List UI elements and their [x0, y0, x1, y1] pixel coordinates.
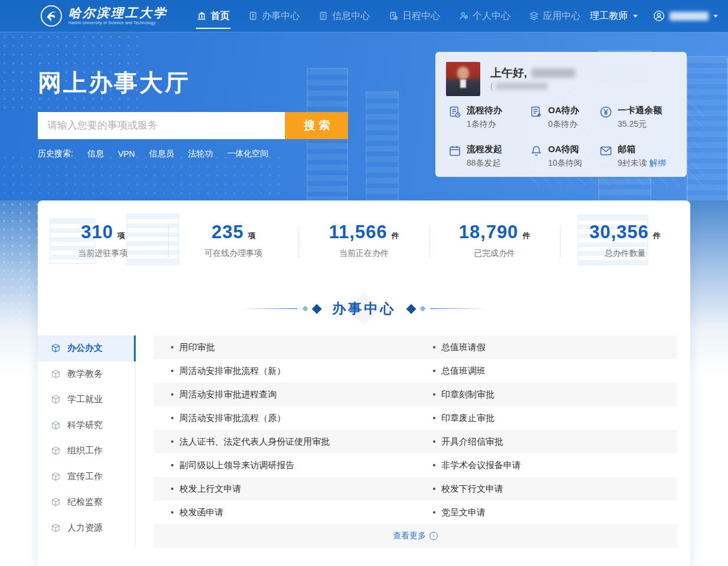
service-row: 校发函申请 党呈文申请 [153, 501, 677, 524]
search-input[interactable] [38, 112, 285, 139]
nav-label: 办事中心 [262, 10, 300, 22]
service-row: 法人证书、法定代表人身份证使用审批 开具介绍信审批 [153, 430, 677, 453]
user-name-redacted [670, 12, 709, 21]
layers-icon [529, 11, 539, 21]
service-row: 用印审批 总值班请假 [153, 335, 677, 359]
service-link[interactable]: 法人证书、法定代表人身份证使用审批 [153, 436, 415, 447]
service-link[interactable]: 校发上行文申请 [153, 483, 415, 495]
stat-flow-todo[interactable]: 流程待办 1条待办 [448, 105, 530, 130]
service-label: 用印审批 [179, 342, 215, 353]
user-menu[interactable] [653, 10, 718, 22]
avatar[interactable] [446, 62, 480, 96]
bullet-icon [433, 488, 435, 490]
circle-chevron-icon: › [429, 532, 438, 540]
sidebar-item-scientific-research[interactable]: 科学研究 [38, 413, 135, 439]
decorative-line [241, 308, 297, 309]
stat-number: 11,566 [329, 222, 387, 243]
service-link[interactable]: 印章废止审批 [415, 413, 677, 424]
sidebar-item-label: 学工就业 [67, 394, 103, 405]
service-link[interactable]: 校发下行文申请 [415, 483, 677, 495]
chevron-down-icon [713, 15, 718, 18]
bullet-icon [171, 417, 173, 419]
nav-label: 应用中心 [543, 10, 581, 22]
service-label: 校发函申请 [179, 507, 224, 518]
stat-value: 10条待阅 [548, 158, 582, 169]
service-label: 法人证书、法定代表人身份证使用审批 [179, 436, 330, 447]
service-link[interactable]: 周活动安排审批流程（新） [153, 366, 415, 377]
nav-item-personal-center[interactable]: 个人中心 [450, 0, 520, 32]
sidebar-item-organization-work[interactable]: 组织工作 [38, 438, 135, 464]
cube-icon [51, 472, 61, 482]
stat-oa-todo[interactable]: OA待办 0条待办 [530, 105, 599, 130]
diamond-icon [312, 304, 322, 314]
service-link[interactable]: 总值班请假 [415, 342, 677, 353]
stat-label: OA待办 [548, 105, 579, 116]
cube-icon [51, 343, 61, 353]
stat-in-progress: 11,566件 当前正在办件 [299, 222, 429, 271]
university-logo[interactable]: 哈尔滨理工大学 Harbin University of Science and… [40, 5, 168, 27]
hero-banner: 网上办事大厅 搜索 历史搜索: 信息 VPN 信息员 法轮功 一体化空间 上午好… [0, 32, 728, 200]
view-more-button[interactable]: 查看更多 › [153, 524, 677, 548]
service-row: 校发上行文申请 校发下行文申请 [153, 477, 677, 501]
stat-label: 总办件数量 [560, 248, 690, 259]
document-icon [319, 11, 328, 21]
sidebar-item-student-employment[interactable]: 学工就业 [38, 387, 135, 413]
sidebar-item-human-resources[interactable]: 人力资源 [38, 515, 135, 541]
service-center-content: 办公办文 教学教务 学工就业 科学研究 组织工作 宣传工作 [38, 335, 690, 548]
nav-item-service-center[interactable]: 办事中心 [239, 0, 309, 32]
section-header: 办事中心 [38, 300, 690, 318]
service-label: 总值班请假 [441, 342, 486, 353]
history-link[interactable]: 法轮功 [188, 149, 213, 159]
history-link[interactable]: 信息 [87, 149, 104, 159]
nav-item-schedule-center[interactable]: 日程中心 [379, 0, 450, 32]
main-content-card: 310项 当前进驻事项 235项 可在线办理事项 11,566件 当前正在办件 … [38, 200, 690, 566]
sidebar-item-discipline-inspection[interactable]: 纪检监察 [38, 489, 135, 515]
history-link[interactable]: 一体化空间 [227, 149, 268, 159]
stat-unit: 项 [248, 231, 255, 240]
stat-flow-start[interactable]: 流程发起 88条发起 [448, 144, 530, 169]
stat-oa-read[interactable]: OA待阅 10条待阅 [530, 144, 599, 169]
stat-label: 可在线办理事项 [168, 248, 299, 259]
nav-label: 首页 [211, 10, 229, 22]
main-nav: 首页 办事中心 信息中心 日程中心 个人中心 [188, 0, 590, 32]
service-link[interactable]: 副司级以上领导来访调研报告 [153, 460, 415, 471]
nav-item-info-center[interactable]: 信息中心 [309, 0, 379, 32]
person-icon [459, 11, 468, 21]
role-selector[interactable]: 理工教师 [590, 10, 638, 22]
history-link[interactable]: VPN [118, 149, 135, 159]
service-label: 开具介绍信审批 [441, 436, 503, 447]
service-link[interactable]: 党呈文申请 [415, 507, 677, 518]
service-link[interactable]: 印章刻制审批 [415, 389, 677, 400]
service-link[interactable]: 开具介绍信审批 [415, 436, 677, 447]
sidebar-item-office-documents[interactable]: 办公办文 [38, 335, 135, 361]
stat-mailbox[interactable]: 邮箱 9封未读解绑 [599, 144, 676, 169]
history-label: 历史搜索: [38, 149, 73, 159]
service-link[interactable]: 周活动安排审批流程（原） [153, 413, 415, 424]
cube-icon [51, 394, 61, 404]
stat-value: 0条待办 [548, 119, 579, 130]
avatar-shirt [460, 80, 466, 88]
history-link[interactable]: 信息员 [149, 149, 174, 159]
stat-card-balance[interactable]: 一卡通余额 35.25元 [599, 105, 676, 130]
service-link[interactable]: 校发函申请 [153, 507, 415, 518]
service-link[interactable]: 总值班调班 [415, 366, 677, 377]
service-link[interactable]: 非学术会议报备申请 [415, 460, 677, 471]
university-name-en: Harbin University of Science and Technol… [68, 21, 168, 25]
stat-unit: 件 [653, 231, 661, 240]
nav-item-home[interactable]: 首页 [188, 0, 239, 32]
unbind-link[interactable]: 解绑 [650, 158, 666, 167]
bullet-icon [171, 464, 173, 466]
nav-item-app-center[interactable]: 应用中心 [520, 0, 590, 32]
stat-number: 18,790 [459, 222, 519, 243]
stat-label: OA待阅 [548, 144, 582, 155]
university-name-cn: 哈尔滨理工大学 [68, 6, 168, 19]
bullet-icon [433, 417, 435, 419]
stat-online-items: 235项 可在线办理事项 [168, 222, 299, 271]
stat-value: 9封未读 [618, 158, 647, 167]
search-button[interactable]: 搜索 [285, 112, 348, 139]
service-link[interactable]: 周活动安排审批进程查询 [153, 389, 415, 400]
sidebar-item-publicity-work[interactable]: 宣传工作 [38, 464, 135, 490]
service-link[interactable]: 用印审批 [153, 342, 415, 353]
sidebar-item-teaching-affairs[interactable]: 教学教务 [38, 361, 135, 387]
stat-onboarded-items: 310项 当前进驻事项 [38, 222, 168, 271]
